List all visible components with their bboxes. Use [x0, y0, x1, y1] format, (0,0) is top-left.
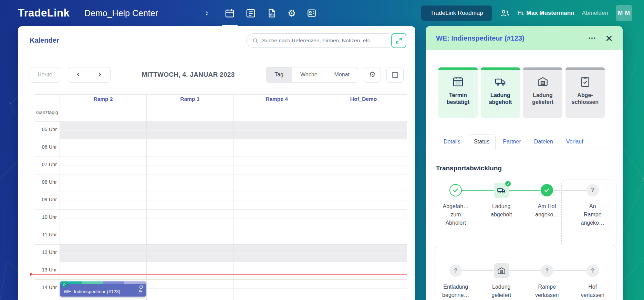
- time-slot-cell[interactable]: [320, 210, 407, 227]
- logout-link[interactable]: Abmelden: [582, 10, 608, 17]
- time-slot-cell[interactable]: [233, 245, 320, 262]
- all-day-row: Ganztägig: [35, 103, 407, 122]
- time-slot-cell[interactable]: [320, 262, 407, 279]
- time-slot-cell[interactable]: [60, 245, 146, 262]
- time-slot-cell[interactable]: [320, 227, 407, 244]
- clipboard-icon: [579, 76, 591, 87]
- time-slot-cell[interactable]: [60, 297, 146, 300]
- time-slot-cell[interactable]: [233, 174, 320, 192]
- all-day-cell[interactable]: [146, 103, 233, 121]
- time-slot-cell[interactable]: [233, 192, 320, 209]
- calendar-settings-button[interactable]: ⚙: [364, 67, 381, 83]
- time-slot-cell[interactable]: [320, 174, 407, 192]
- next-day-button[interactable]: [89, 67, 111, 83]
- time-slot-cell[interactable]: [233, 139, 320, 157]
- time-slot-cell[interactable]: [60, 122, 146, 139]
- all-day-cell[interactable]: [233, 103, 320, 121]
- hour-label: 12 Uhr: [35, 245, 60, 262]
- time-slot-cell[interactable]: [146, 210, 233, 227]
- avatar[interactable]: M M: [616, 5, 632, 21]
- milestone-card[interactable]: Ladung geliefert: [523, 67, 562, 118]
- time-slot-cell[interactable]: [60, 139, 146, 157]
- day-view-shortcut-button[interactable]: 1: [386, 67, 404, 83]
- tab-verlauf[interactable]: Verlauf: [560, 135, 589, 149]
- time-slot-cell[interactable]: [146, 157, 233, 174]
- users-icon[interactable]: [500, 8, 510, 18]
- milestone-body: Ladung abgeholt: [481, 70, 520, 118]
- settings-nav-icon[interactable]: ⚙: [287, 0, 297, 26]
- time-slot-cell[interactable]: [233, 262, 320, 279]
- time-slot-cell[interactable]: [60, 192, 146, 209]
- view-button-woche[interactable]: Woche: [292, 67, 326, 83]
- time-slot-cell[interactable]: [320, 280, 407, 297]
- time-slot-cell[interactable]: [320, 139, 407, 157]
- main-nav: ⚙: [224, 0, 318, 26]
- calendar-event[interactable]: P WE: Indienspediteur (#123): [60, 281, 146, 297]
- time-slot-cell[interactable]: [320, 122, 407, 139]
- calendar-card: Kalender Heute MITTWOCH, 4. JANUAR 2023 …: [18, 26, 415, 300]
- milestone-card[interactable]: Abge- schlossen: [565, 67, 605, 118]
- today-button[interactable]: Heute: [30, 67, 60, 83]
- time-slot-cell[interactable]: [146, 297, 233, 300]
- time-slot-cell[interactable]: [146, 192, 233, 209]
- contacts-nav-icon[interactable]: [306, 0, 318, 26]
- workspace-switcher-icon[interactable]: [204, 10, 210, 16]
- time-slot-cell[interactable]: [320, 157, 407, 174]
- time-slot-cell[interactable]: [233, 297, 320, 300]
- tab-partner[interactable]: Partner: [497, 135, 527, 149]
- time-slot-cell[interactable]: [146, 122, 233, 139]
- time-slot-cell[interactable]: [320, 192, 407, 209]
- time-slot-cell[interactable]: [146, 280, 233, 297]
- hour-row: 05 Uhr: [35, 122, 407, 139]
- expand-button[interactable]: [391, 33, 406, 48]
- all-day-cell[interactable]: [60, 103, 146, 121]
- orders-nav-icon[interactable]: [245, 0, 257, 26]
- roadmap-button[interactable]: TradeLink Roadmap: [421, 6, 492, 21]
- timeline-steps: Abgefah… zum AbholortLadung abgeholtAm H…: [433, 183, 615, 227]
- close-icon[interactable]: [605, 34, 613, 42]
- time-slot-cell[interactable]: [60, 227, 146, 244]
- timeline-step-label: Am Hof angeko…: [535, 202, 559, 219]
- time-slot-cell[interactable]: [146, 245, 233, 262]
- time-slot-cell[interactable]: [233, 280, 320, 297]
- milestone-card[interactable]: Termin bestätigt: [438, 67, 478, 118]
- time-slot-cell[interactable]: [146, 262, 233, 279]
- time-slot-cell[interactable]: [60, 157, 146, 174]
- view-button-monat[interactable]: Monat: [326, 67, 358, 83]
- search-input[interactable]: [262, 38, 389, 44]
- time-slot-cell[interactable]: [60, 262, 146, 279]
- time-slot-cell[interactable]: [233, 210, 320, 227]
- tab-details[interactable]: Details: [438, 135, 466, 149]
- hour-label: 09 Uhr: [35, 192, 60, 209]
- time-slot-cell[interactable]: [320, 297, 407, 300]
- refresh-icon: [139, 285, 143, 289]
- question-icon: ?: [586, 265, 599, 277]
- view-button-tag[interactable]: Tag: [266, 67, 292, 83]
- time-slot-cell[interactable]: [320, 245, 407, 262]
- timeline-step-label: Entladung begonne…: [442, 283, 469, 299]
- reports-nav-icon[interactable]: [266, 0, 278, 26]
- check-icon: [541, 184, 553, 196]
- tab-dateien[interactable]: Dateien: [528, 135, 559, 149]
- time-slot-cell[interactable]: [60, 174, 146, 192]
- tab-status[interactable]: Status: [468, 135, 496, 149]
- time-slot-cell[interactable]: [146, 227, 233, 244]
- time-slot-cell[interactable]: [60, 210, 146, 227]
- time-slot-cell[interactable]: [146, 174, 233, 192]
- hour-label: 06 Uhr: [35, 139, 60, 157]
- all-day-cell[interactable]: [320, 103, 407, 121]
- more-options-icon[interactable]: [588, 34, 596, 42]
- truck-icon: [495, 76, 506, 87]
- time-slot-cell[interactable]: [146, 139, 233, 157]
- milestone-card[interactable]: Ladung abgeholt: [481, 67, 520, 118]
- milestone-label: Abge- schlossen: [565, 92, 605, 106]
- calendar-nav-icon[interactable]: [224, 0, 236, 26]
- time-slot-cell[interactable]: [233, 157, 320, 174]
- time-slot-cell[interactable]: [233, 122, 320, 139]
- brand-logo[interactable]: TradeLink: [18, 0, 70, 26]
- search-box[interactable]: [246, 33, 395, 48]
- prev-day-button[interactable]: [68, 67, 89, 83]
- milestone-status-bar: [565, 67, 605, 70]
- milestone-status-bar: [523, 67, 562, 70]
- time-slot-cell[interactable]: [233, 227, 320, 244]
